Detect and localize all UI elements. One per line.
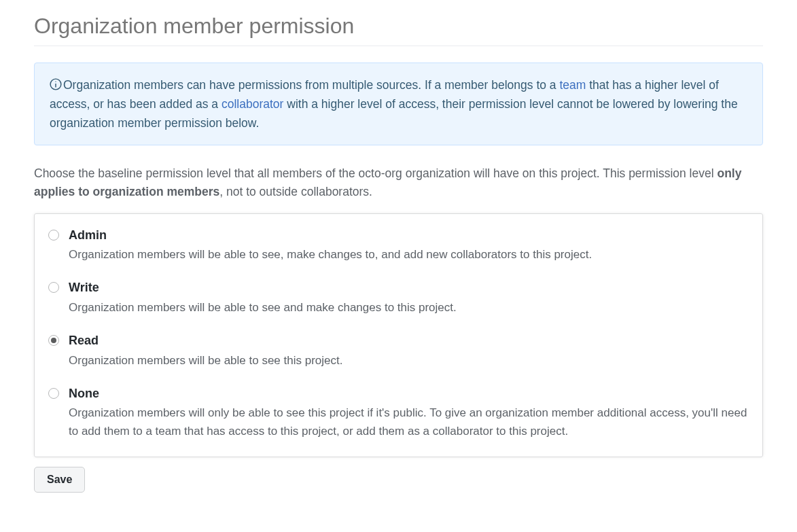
radio-admin[interactable]	[48, 230, 59, 241]
radio-label-write: Write	[69, 280, 749, 296]
intro-text: Choose the baseline permission level tha…	[34, 164, 763, 201]
radio-write[interactable]	[48, 282, 59, 293]
flash-text-pre: Organization members can have permission…	[63, 78, 559, 92]
radio-desc-read: Organization members will be able to see…	[69, 352, 749, 370]
permission-radio-group: AdminOrganization members will be able t…	[34, 213, 763, 457]
info-flash: Organization members can have permission…	[34, 63, 763, 145]
radio-label-read: Read	[69, 333, 749, 349]
svg-point-1	[55, 82, 56, 82]
radio-label-none: None	[69, 386, 749, 402]
radio-row-write[interactable]: WriteOrganization members will be able t…	[48, 280, 749, 317]
save-button[interactable]: Save	[34, 467, 85, 493]
radio-desc-none: Organization members will only be able t…	[69, 404, 749, 440]
page-title: Organization member permission	[34, 14, 763, 46]
radio-read[interactable]	[48, 335, 59, 346]
radio-row-admin[interactable]: AdminOrganization members will be able t…	[48, 228, 749, 264]
link-team[interactable]: team	[559, 78, 586, 92]
radio-row-read[interactable]: ReadOrganization members will be able to…	[48, 333, 749, 370]
link-collaborator[interactable]: collaborator	[222, 97, 283, 111]
radio-none[interactable]	[48, 388, 59, 399]
radio-desc-admin: Organization members will be able to see…	[69, 246, 749, 264]
intro-pre: Choose the baseline permission level tha…	[34, 166, 717, 180]
intro-post: , not to outside collaborators.	[219, 185, 372, 198]
info-icon	[50, 78, 62, 90]
radio-label-admin: Admin	[69, 228, 749, 243]
radio-desc-write: Organization members will be able to see…	[69, 299, 749, 317]
radio-row-none[interactable]: NoneOrganization members will only be ab…	[48, 386, 749, 440]
